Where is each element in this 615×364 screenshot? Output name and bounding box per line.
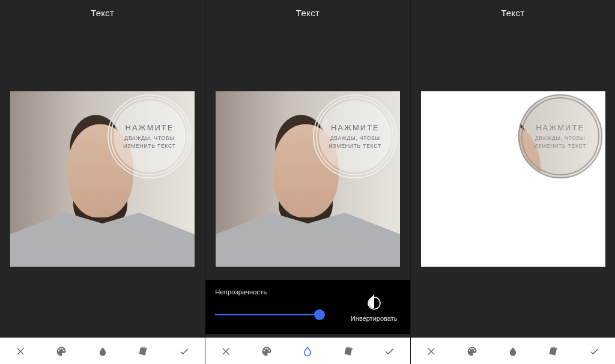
style-button[interactable] [132,340,155,363]
stamp-line3: ИЗМЕНИТЬ ТЕКСТ [534,142,586,151]
stamp-line1: НАЖМИТЕ [534,122,586,135]
panel-title: Текст [411,0,615,18]
opacity-slider[interactable] [215,309,328,321]
panel-title: Текст [205,0,410,18]
close-button[interactable] [420,340,443,363]
style-button[interactable] [542,340,565,363]
stamp-line1: НАЖМИТЕ [329,122,381,135]
close-button[interactable] [9,340,32,363]
close-icon [426,346,437,357]
confirm-button[interactable] [173,340,196,363]
invert-icon [365,292,383,310]
opacity-button[interactable] [296,340,319,363]
editor-panel-1: Текст НАЖМИТЕ ДВАЖДЫ, ЧТОБЫ ИЗМЕНИТЬ ТЕК… [0,0,205,364]
card-icon [343,345,355,357]
palette-button[interactable] [255,340,278,363]
confirm-button[interactable] [583,340,606,363]
check-icon [589,345,601,357]
palette-icon [261,345,273,357]
stamp-line3: ИЗМЕНИТЬ ТЕКСТ [123,142,175,151]
image-canvas[interactable]: НАЖМИТЕ ДВАЖДЫ, ЧТОБЫ ИЗМЕНИТЬ ТЕКСТ [421,91,605,267]
check-icon [178,345,190,357]
opacity-button[interactable] [501,340,524,363]
bottom-toolbar [205,338,410,364]
invert-label: Инвертировать [351,315,397,322]
drop-icon [302,346,313,357]
card-icon [548,345,560,357]
stamp-line3: ИЗМЕНИТЬ ТЕКСТ [329,142,381,151]
text-stamp[interactable]: НАЖМИТЕ ДВАЖДЫ, ЧТОБЫ ИЗМЕНИТЬ ТЕКСТ [313,94,397,178]
palette-button[interactable] [50,340,73,363]
image-canvas[interactable]: НАЖМИТЕ ДВАЖДЫ, ЧТОБЫ ИЗМЕНИТЬ ТЕКСТ [10,91,195,267]
text-stamp[interactable]: НАЖМИТЕ ДВАЖДЫ, ЧТОБЫ ИЗМЕНИТЬ ТЕКСТ [108,94,192,178]
close-icon [15,346,26,357]
card-icon [138,345,150,357]
invert-button[interactable]: Инвертировать [338,280,410,334]
close-button[interactable] [214,340,237,363]
close-icon [220,346,231,357]
drop-icon [97,346,108,357]
image-canvas[interactable]: НАЖМИТЕ ДВАЖДЫ, ЧТОБЫ ИЗМЕНИТЬ ТЕКСТ [216,91,400,267]
panel-title: Текст [0,0,205,18]
check-icon [384,345,396,357]
stamp-line1: НАЖМИТЕ [123,122,175,135]
stamp-line2: ДВАЖДЫ, ЧТОБЫ [123,135,175,143]
stamp-line2: ДВАЖДЫ, ЧТОБЫ [329,135,381,143]
bottom-toolbar [411,338,615,364]
text-stamp[interactable]: НАЖМИТЕ ДВАЖДЫ, ЧТОБЫ ИЗМЕНИТЬ ТЕКСТ [518,94,602,178]
palette-icon [55,345,67,357]
opacity-label: Непрозрачность [215,288,328,296]
opacity-button[interactable] [91,340,114,363]
opacity-popover: Непрозрачность Инвертировать [205,280,410,334]
drop-icon [507,346,518,357]
bottom-toolbar [0,338,205,364]
stamp-line2: ДВАЖДЫ, ЧТОБЫ [534,135,586,143]
palette-button[interactable] [461,340,483,363]
palette-icon [466,345,478,357]
editor-panel-2: Текст НАЖМИТЕ ДВАЖДЫ, ЧТОБЫ ИЗМЕНИТЬ ТЕК… [205,0,410,364]
style-button[interactable] [338,340,360,363]
confirm-button[interactable] [378,340,401,363]
editor-panel-3: Текст НАЖМИТЕ ДВАЖДЫ, ЧТОБЫ ИЗМЕНИТЬ ТЕК… [410,0,615,364]
